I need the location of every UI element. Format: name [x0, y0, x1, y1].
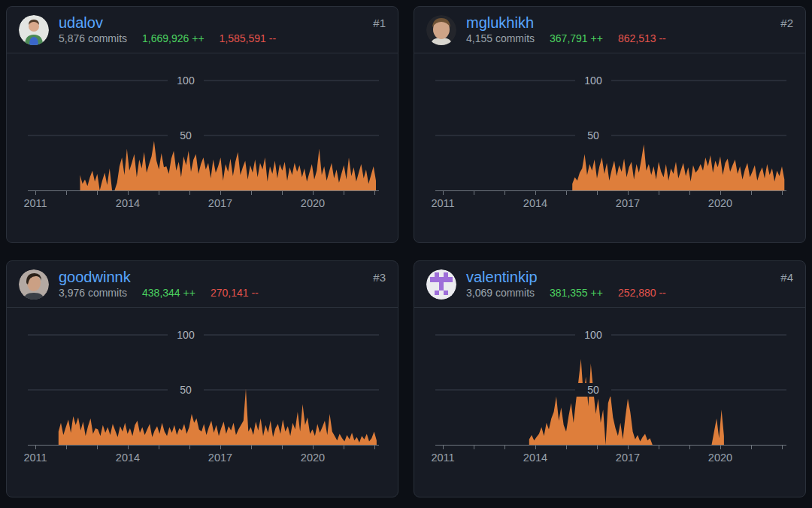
svg-text:2011: 2011	[23, 452, 47, 464]
additions-count: 438,344 ++	[142, 287, 195, 300]
additions-count: 1,669,926 ++	[142, 32, 205, 45]
svg-text:2017: 2017	[208, 197, 232, 209]
svg-text:2020: 2020	[708, 452, 732, 464]
svg-text:50: 50	[180, 129, 192, 141]
commit-activity-graph: 501002011201420172020	[7, 53, 398, 242]
commit-activity-graph: 501002011201420172020	[414, 53, 805, 242]
identity-block: goodwinnk 3,976 commits 438,344 ++ 270,1…	[59, 269, 259, 300]
additions-count: 367,791 ++	[550, 32, 603, 45]
commit-activity-chart[interactable]: 501002011201420172020	[7, 53, 398, 242]
username-link[interactable]: goodwinnk	[59, 269, 259, 285]
svg-text:50: 50	[587, 384, 599, 396]
stats-row: 4,155 commits 367,791 ++ 862,513 --	[466, 32, 666, 45]
identity-block: udalov 5,876 commits 1,669,926 ++ 1,585,…	[59, 15, 276, 45]
contributor-header: udalov 5,876 commits 1,669,926 ++ 1,585,…	[7, 7, 398, 53]
svg-text:2020: 2020	[708, 197, 732, 209]
svg-text:100: 100	[177, 329, 195, 341]
stats-row: 5,876 commits 1,669,926 ++ 1,585,591 --	[59, 32, 276, 45]
username-link[interactable]: udalov	[59, 15, 276, 31]
svg-text:2014: 2014	[116, 197, 140, 209]
avatar[interactable]	[426, 15, 456, 45]
commit-activity-graph: 501002011201420172020	[7, 308, 398, 496]
svg-text:50: 50	[180, 384, 192, 396]
avatar-identicon	[426, 269, 456, 300]
avatar[interactable]	[19, 15, 49, 45]
commit-activity-chart[interactable]: 501002011201420172020	[414, 308, 805, 496]
svg-text:100: 100	[177, 75, 195, 87]
deletions-count: 862,513 --	[618, 32, 666, 45]
username-link[interactable]: valentinkip	[466, 269, 666, 285]
rank-badge: #4	[780, 269, 793, 284]
svg-text:2017: 2017	[208, 452, 232, 464]
svg-text:2020: 2020	[301, 452, 325, 464]
svg-text:2011: 2011	[23, 197, 47, 209]
svg-text:2014: 2014	[523, 197, 547, 209]
avatar-photo	[19, 15, 49, 45]
avatar-photo	[426, 15, 456, 45]
additions-count: 381,355 ++	[550, 287, 603, 300]
stats-row: 3,069 commits 381,355 ++ 252,880 --	[466, 287, 666, 300]
identity-block: mglukhikh 4,155 commits 367,791 ++ 862,5…	[466, 15, 666, 45]
commit-activity-chart[interactable]: 501002011201420172020	[7, 308, 398, 496]
contributor-card-2: mglukhikh 4,155 commits 367,791 ++ 862,5…	[414, 6, 806, 243]
svg-text:2020: 2020	[301, 197, 325, 209]
commit-activity-chart[interactable]: 501002011201420172020	[414, 53, 805, 242]
svg-text:100: 100	[584, 329, 602, 341]
commit-count: 4,155 commits	[466, 32, 535, 45]
svg-text:50: 50	[587, 129, 599, 141]
svg-text:2017: 2017	[616, 197, 640, 209]
avatar[interactable]	[19, 269, 49, 300]
contributor-header: valentinkip 3,069 commits 381,355 ++ 252…	[414, 261, 805, 308]
contributor-card-3: goodwinnk 3,976 commits 438,344 ++ 270,1…	[6, 260, 398, 497]
svg-text:2011: 2011	[431, 197, 454, 209]
deletions-count: 252,880 --	[618, 287, 666, 300]
avatar-photo	[19, 269, 49, 300]
commit-count: 3,976 commits	[59, 287, 127, 300]
username-link[interactable]: mglukhikh	[466, 15, 666, 31]
rank-badge: #3	[373, 269, 386, 284]
stats-row: 3,976 commits 438,344 ++ 270,141 --	[59, 287, 259, 300]
commit-count: 3,069 commits	[466, 287, 535, 300]
contributor-header: mglukhikh 4,155 commits 367,791 ++ 862,5…	[414, 7, 805, 53]
identity-block: valentinkip 3,069 commits 381,355 ++ 252…	[466, 269, 666, 300]
avatar[interactable]	[426, 269, 456, 300]
contributors-grid: udalov 5,876 commits 1,669,926 ++ 1,585,…	[0, 0, 812, 503]
deletions-count: 1,585,591 --	[220, 32, 277, 45]
svg-text:100: 100	[584, 75, 602, 87]
commit-activity-graph: 501002011201420172020	[414, 308, 805, 496]
svg-text:2011: 2011	[431, 452, 454, 464]
deletions-count: 270,141 --	[211, 287, 259, 300]
svg-text:2017: 2017	[616, 452, 640, 464]
svg-text:2014: 2014	[116, 452, 140, 464]
contributor-header: goodwinnk 3,976 commits 438,344 ++ 270,1…	[7, 261, 398, 308]
rank-badge: #1	[373, 14, 386, 29]
rank-badge: #2	[780, 14, 793, 29]
svg-text:2014: 2014	[523, 452, 547, 464]
commit-count: 5,876 commits	[59, 32, 127, 45]
contributor-card-4: valentinkip 3,069 commits 381,355 ++ 252…	[414, 260, 806, 497]
contributor-card-1: udalov 5,876 commits 1,669,926 ++ 1,585,…	[6, 6, 398, 243]
